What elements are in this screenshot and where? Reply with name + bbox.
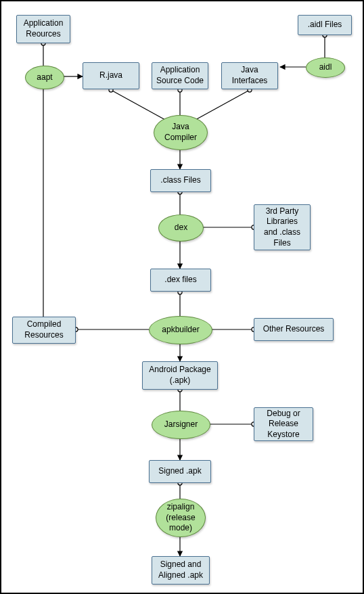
node-android-package: Android Package(.apk)	[142, 361, 218, 390]
diagram-canvas: ApplicationReources .aidl Files aapt aid…	[0, 0, 364, 594]
node-zipalign: zipalign(releasemode)	[156, 499, 206, 537]
node-aidl-files: .aidl Files	[298, 15, 352, 35]
node-class-files: .class Files	[150, 169, 211, 192]
svg-line-8	[196, 90, 250, 120]
node-keystore: Debug orReleaseKeystore	[254, 407, 313, 441]
node-apkbuilder: apkbuilder	[149, 316, 212, 344]
node-dex-files: .dex files	[150, 269, 211, 292]
node-app-resources: ApplicationReources	[16, 15, 70, 43]
node-other-resources: Other Resources	[254, 318, 334, 341]
svg-line-6	[111, 90, 165, 120]
node-java-interfaces: JavaInterfaces	[221, 62, 278, 89]
node-r-java: R.java	[83, 62, 139, 89]
node-aidl: aidl	[306, 58, 345, 78]
node-dex: dex	[158, 214, 204, 242]
node-aapt: aapt	[25, 66, 64, 89]
node-signed-apk: Signed .apk	[149, 460, 211, 483]
node-compiled-resources: CompiledResources	[12, 317, 76, 344]
node-third-party: 3rd PartyLibrariesand .classFiles	[254, 204, 311, 250]
node-jarsigner: Jarsigner	[152, 411, 210, 439]
node-app-src: ApplicationSource Code	[152, 62, 208, 89]
node-signed-aligned: Signed andAligned .apk	[152, 556, 210, 585]
node-java-compiler: JavaCompiler	[154, 115, 208, 150]
